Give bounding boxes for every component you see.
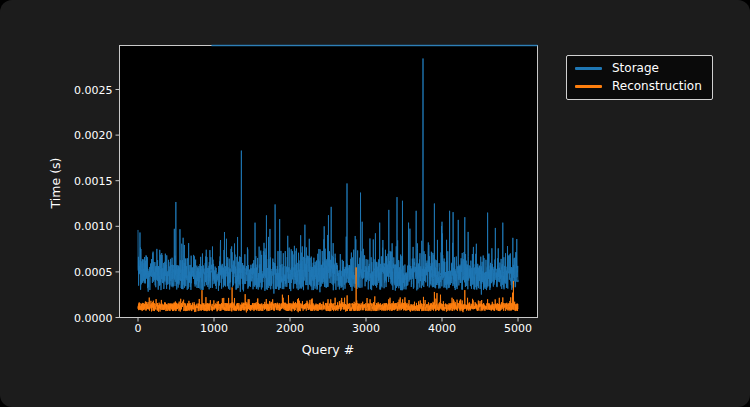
legend: Storage Reconstruction — [566, 55, 713, 100]
y-tick-label: 0.0005 — [74, 266, 113, 279]
legend-row-reconstruction: Reconstruction — [575, 80, 702, 93]
legend-label-storage: Storage — [612, 62, 659, 75]
y-tick-label: 0.0000 — [74, 312, 113, 325]
x-tick-label: 5000 — [504, 322, 532, 335]
x-tick-label: 4000 — [428, 322, 456, 335]
figure-window: 0100020003000400050000.00000.00050.00100… — [0, 0, 750, 407]
x-axis-label: Query # — [119, 342, 537, 357]
x-tick-label: 3000 — [352, 322, 380, 335]
x-tick-label: 0 — [135, 322, 142, 335]
reconstruction-line-swatch — [575, 85, 602, 88]
plot-area: 0100020003000400050000.00000.00050.00100… — [64, 40, 545, 340]
legend-row-storage: Storage — [575, 62, 702, 75]
y-tick-label: 0.0020 — [74, 129, 113, 142]
x-tick-label: 2000 — [276, 322, 304, 335]
y-tick-label: 0.0025 — [74, 84, 113, 97]
y-axis-label: Time (s) — [48, 158, 63, 209]
storage-line-swatch — [575, 67, 602, 70]
y-tick-label: 0.0015 — [74, 175, 113, 188]
legend-label-reconstruction: Reconstruction — [612, 80, 702, 93]
y-tick-label: 0.0010 — [74, 220, 113, 233]
x-tick-label: 1000 — [200, 322, 228, 335]
